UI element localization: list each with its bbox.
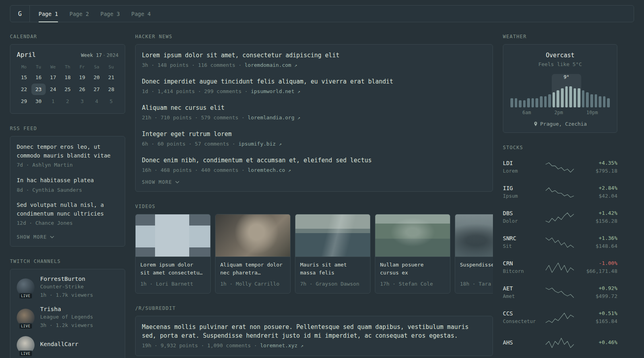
calendar-dow-label: Mo [17, 62, 31, 72]
hackernews-item-domain-link[interactable]: loremlandia.org ↗ [248, 115, 300, 121]
twitch-card: LIVE ForrestBurton Counter-Strike 1h · 1… [10, 269, 125, 358]
stock-change: +2.84% [579, 185, 617, 191]
weather-card: Overcast Feels like 5°C 9° 6am2pm10pm Pr… [503, 44, 617, 133]
stock-row[interactable]: AET Amet +0.92% $499.72 [503, 280, 617, 305]
stock-row[interactable]: CRN Bitcorn -1.00% $66,171.48 [503, 255, 617, 280]
hackernews-item-title[interactable]: Aliquam nec cursus elit [142, 103, 486, 113]
video-thumbnail[interactable] [455, 214, 493, 257]
stock-row[interactable]: LDI Lorem +4.35% $795.18 [503, 155, 617, 180]
stock-row[interactable]: AHS +0.46% [503, 331, 617, 356]
hackernews-item-title[interactable]: Donec imperdiet augue tincidunt felis al… [142, 77, 486, 86]
hackernews-item-domain-link[interactable]: ipsumworld.net ↗ [251, 88, 301, 94]
stock-identity: LDI Lorem [503, 160, 540, 175]
hackernews-item-domain-link[interactable]: loremdomain.com ↗ [244, 62, 297, 68]
page-tab[interactable]: Page 3 [101, 6, 120, 22]
subreddit-card: Maecenas mollis pulvinar erat non posuer… [135, 316, 493, 356]
hackernews-show-more-button[interactable]: SHOW MORE [142, 179, 179, 185]
stock-ticker: IIG [503, 185, 540, 191]
domain-text: ipsumworld.net [251, 88, 295, 94]
calendar-dow-label: Su [104, 62, 118, 72]
stock-change: +0.92% [579, 285, 617, 291]
video-thumbnail[interactable] [375, 214, 450, 257]
channel-name: Trisha [40, 306, 93, 312]
videos-row: Lorem ipsum dolor sit amet consectetu… 1… [135, 214, 493, 294]
video-card[interactable]: Lorem ipsum dolor sit amet consectetu… 1… [135, 214, 211, 294]
external-link-icon: ↗ [279, 141, 281, 147]
weather-widget: WEATHER Overcast Feels like 5°C 9° 6am2p… [503, 34, 617, 133]
calendar-week-year: Week 17·2024 [81, 52, 118, 58]
rss-item-title[interactable]: Sed volutpat nulla nisl, a condimentum n… [17, 201, 118, 218]
page-tab-label: Page 4 [131, 11, 151, 17]
video-meta: 18h · Tara [455, 278, 493, 293]
channel-info: ForrestBurton Counter-Strike 1h · 1.7k v… [40, 276, 93, 299]
hackernews-item-stats: 6h · 60 points · 57 comments · [142, 141, 235, 147]
stock-price: $66,171.48 [579, 267, 617, 275]
app-logo[interactable]: G [10, 6, 30, 22]
stock-sparkline [540, 337, 579, 348]
hackernews-item-meta: 16h · 468 points · 440 comments · loremt… [142, 166, 486, 174]
external-link-icon: ↗ [301, 343, 303, 348]
calendar-widget: CALENDAR April Week 17·2024 MoTuWeThFrSa… [10, 34, 125, 114]
calendar-year: 2024 [107, 52, 118, 58]
calendar-day: 20 [89, 72, 104, 83]
hackernews-item-title[interactable]: Lorem ipsum dolor sit amet, consectetur … [142, 51, 486, 60]
channel-game[interactable]: League of Legends [40, 313, 93, 321]
calendar-day: 26 [75, 84, 89, 95]
chevron-down-icon [50, 236, 54, 238]
weather-chart: 9° [510, 74, 611, 107]
hackernews-item-meta: 21h · 710 points · 579 comments · loreml… [142, 114, 486, 122]
middle-column: HACKER NEWS Lorem ipsum dolor sit amet, … [135, 34, 493, 358]
hackernews-item-title[interactable]: Donec enim nibh, condimentum et accumsan… [142, 156, 486, 165]
subreddit-post-title[interactable]: Maecenas mollis pulvinar erat non posuer… [142, 323, 486, 340]
calendar-dow-label: Fr [75, 62, 89, 72]
stock-ticker: AET [503, 285, 540, 292]
page-tab[interactable]: Page 1 [39, 6, 58, 22]
page-tab[interactable]: Page 2 [70, 6, 89, 22]
twitch-channel[interactable]: LIVE Trisha League of Legends 3h · 1.2k … [17, 306, 118, 329]
stock-sparkline [540, 237, 579, 248]
stock-values: +0.51% $165.84 [579, 310, 617, 325]
page-tab[interactable]: Page 4 [131, 6, 151, 22]
stock-ticker: CRN [503, 260, 540, 267]
video-card[interactable]: Nullam posuere cursus ex 17h · Stefan Co… [375, 214, 450, 294]
channel-name: KendallCarr [40, 341, 78, 347]
video-thumbnail[interactable] [215, 214, 290, 257]
video-card[interactable]: Aliquam tempor dolor nec pharetra… 1h · … [215, 214, 291, 294]
channel-info: Trisha League of Legends 3h · 1.2k viewe… [40, 306, 93, 329]
subreddit-post-domain-link[interactable]: loremnet.xyz ↗ [260, 342, 303, 348]
twitch-channel[interactable]: LIVE KendallCarr [17, 336, 118, 354]
video-card[interactable]: Suspendisse diam 18h · Tara [455, 214, 493, 294]
hackernews-item-domain-link[interactable]: ipsumify.biz ↗ [239, 141, 282, 147]
subreddit-post-stats: 19h · 9,932 points · 1,090 comments · [142, 342, 257, 348]
stocks-widget: STOCKS LDI Lorem +4.35% $795.18 [503, 145, 617, 356]
video-thumbnail[interactable] [136, 214, 210, 257]
stock-row[interactable]: DBS Dolor +1.42% $156.28 [503, 205, 617, 230]
video-card[interactable]: Mauris sit amet massa felis 7h · Grayson… [295, 214, 370, 294]
stock-values: +2.84% $42.04 [579, 185, 617, 200]
stock-name: Lorem [503, 167, 540, 175]
rss-item-title[interactable]: Donec tempor eros leo, ut commodo mauris… [17, 143, 118, 160]
hackernews-item-domain-link[interactable]: loremtech.co ↗ [248, 167, 291, 173]
rss-item-title[interactable]: In hac habitasse platea [17, 176, 118, 185]
channel-game[interactable]: Counter-Strike [40, 283, 93, 291]
live-badge: LIVE [19, 323, 33, 329]
rss-item-meta: 7d · Ashlyn Martin [17, 161, 118, 169]
hackernews-item: Aliquam nec cursus elit 21h · 710 points… [142, 103, 486, 121]
domain-text: loremtech.co [248, 167, 285, 173]
stock-row[interactable]: SNRC Sit +1.36% $148.64 [503, 230, 617, 255]
calendar-day: 5 [104, 95, 118, 107]
hackernews-item-title[interactable]: Integer eget rutrum lorem [142, 130, 486, 139]
video-thumbnail[interactable] [295, 214, 370, 257]
stock-row[interactable]: IIG Ipsum +2.84% $42.04 [503, 180, 617, 205]
videos-widget: VIDEOS Lorem ipsum dolor sit amet consec… [135, 204, 493, 294]
stock-name: Dolor [503, 218, 540, 225]
rss-show-more-button[interactable]: SHOW MORE [17, 234, 54, 240]
stock-identity: IIG Ipsum [503, 185, 540, 200]
twitch-channel[interactable]: LIVE ForrestBurton Counter-Strike 1h · 1… [17, 276, 118, 299]
domain-text: loremlandia.org [248, 115, 294, 121]
hackernews-item-meta: 1d · 1,414 points · 299 comments · ipsum… [142, 88, 486, 95]
stock-row[interactable]: CCS Consectetur +0.51% $165.84 [503, 305, 617, 331]
calendar-day: 3 [75, 95, 89, 107]
hackernews-widget-title: HACKER NEWS [135, 34, 493, 39]
stock-price: $795.18 [579, 167, 617, 175]
